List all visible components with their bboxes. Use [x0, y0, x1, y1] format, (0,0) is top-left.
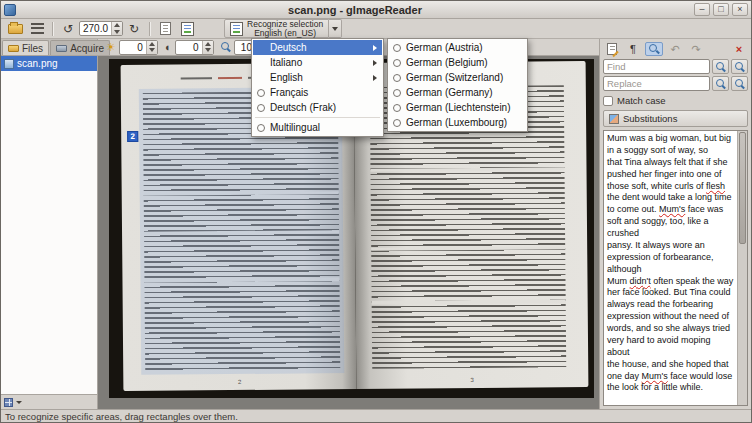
down-arrow-icon: [114, 30, 120, 34]
folder-icon: [8, 45, 19, 52]
submenu-item-german-germany[interactable]: German (Germany): [389, 85, 526, 100]
down-arrow-icon: [149, 48, 155, 52]
scrollbar-thumb[interactable]: [739, 132, 746, 244]
undo-button[interactable]: ↶: [666, 42, 684, 56]
submenu-item-german-belgium[interactable]: German (Belgium): [389, 55, 526, 70]
substitutions-button[interactable]: Substitutions: [603, 110, 748, 127]
menu-item-label: German (Germany): [406, 87, 521, 98]
ocr-mode-button[interactable]: [176, 20, 198, 38]
find-input[interactable]: [603, 59, 710, 74]
file-list[interactable]: scan.png: [1, 56, 97, 394]
recognize-language-dropdown-button[interactable]: [329, 19, 342, 38]
replace-input[interactable]: [603, 76, 710, 91]
brightness-spinbox[interactable]: 0: [119, 40, 158, 55]
status-message: To recognize specific areas, drag rectan…: [5, 411, 238, 422]
search-icon: [735, 62, 745, 72]
sliders-icon: [31, 23, 44, 34]
menu-item-francais[interactable]: Français: [253, 85, 382, 100]
rotate-left-icon: ↺: [63, 22, 73, 36]
search-icon: [716, 79, 726, 89]
menu-item-label: Italiano: [270, 57, 373, 68]
menu-item-italiano[interactable]: Italiano: [253, 55, 382, 70]
paragraph-gap: [371, 246, 566, 251]
contrast-stepper[interactable]: [202, 41, 213, 54]
page-number: 2: [123, 378, 356, 386]
menu-item-deutsch-frak[interactable]: Deutsch (Frak): [253, 100, 382, 115]
brightness-stepper[interactable]: [146, 41, 157, 54]
add-images-icon[interactable]: [4, 398, 13, 407]
up-arrow-icon: [205, 42, 211, 46]
file-item-label: scan.png: [17, 58, 58, 69]
menu-item-label: German (Switzerland): [406, 72, 521, 83]
rotation-step-down[interactable]: [112, 29, 122, 36]
menu-gutter: [257, 124, 270, 132]
contrast-spinbox[interactable]: 0: [175, 40, 214, 55]
replace-all-button[interactable]: [731, 76, 748, 91]
menu-item-label: German (Liechtenstein): [406, 102, 521, 113]
search-icon: [716, 62, 726, 72]
radio-icon: [257, 104, 265, 112]
chevron-down-icon: [332, 27, 338, 31]
recognize-button[interactable]: Recognize selection English (en_US): [224, 19, 329, 38]
contrast-step-down[interactable]: [203, 47, 213, 54]
radio-icon: [393, 119, 401, 127]
menu-gutter: [393, 104, 406, 112]
output-scrollbar[interactable]: [737, 131, 747, 405]
region-marker[interactable]: 2: [127, 131, 138, 142]
rotation-stepper[interactable]: [111, 22, 122, 35]
page-number: 3: [356, 376, 589, 384]
menu-item-label: Multilingual: [270, 122, 377, 133]
app-icon: [4, 4, 16, 16]
redo-icon: ↷: [691, 44, 700, 55]
minimize-button[interactable]: –: [694, 3, 710, 16]
ocr-text[interactable]: Mum was a big woman, but big in a soggy …: [604, 131, 736, 405]
strip-linebreaks-button[interactable]: ¶: [624, 42, 642, 56]
rotation-value: 270.0: [80, 22, 111, 35]
rotate-right-button[interactable]: ↻: [123, 20, 145, 38]
replace-button[interactable]: [712, 76, 729, 91]
find-prev-button[interactable]: [712, 59, 729, 74]
file-list-footer: [1, 394, 97, 409]
find-replace-toggle-button[interactable]: [645, 42, 663, 56]
brightness-icon: ☀: [106, 41, 116, 54]
resolution-icon: [221, 42, 231, 52]
tab-files[interactable]: Files: [2, 40, 49, 55]
menu-item-label: Deutsch (Frak): [270, 102, 377, 113]
find-next-button[interactable]: [731, 59, 748, 74]
menu-item-label: Deutsch: [270, 42, 373, 53]
submenu-item-german-austria[interactable]: German (Austria): [389, 40, 526, 55]
submenu-item-german-switzerland[interactable]: German (Switzerland): [389, 70, 526, 85]
toolbar-separator: [149, 22, 150, 36]
match-case-row: Match case: [603, 94, 748, 107]
radio-icon: [393, 44, 401, 52]
insert-mode-button[interactable]: [603, 42, 621, 56]
menu-item-deutsch[interactable]: Deutsch: [253, 40, 382, 55]
submenu-item-german-liechtenstein[interactable]: German (Liechtenstein): [389, 100, 526, 115]
clear-output-button[interactable]: ×: [730, 42, 748, 56]
match-case-checkbox[interactable]: [603, 96, 613, 106]
maximize-button[interactable]: □: [713, 3, 729, 16]
down-arrow-icon: [205, 48, 211, 52]
redo-button[interactable]: ↷: [687, 42, 705, 56]
up-arrow-icon: [114, 23, 120, 27]
radio-icon: [393, 74, 401, 82]
titlebar[interactable]: scan.png - gImageReader – □ ×: [1, 1, 751, 19]
page-layout-button[interactable]: [154, 20, 176, 38]
document-icon: [160, 22, 171, 35]
menu-item-english[interactable]: English: [253, 70, 382, 85]
rotation-spinbox[interactable]: 270.0: [79, 21, 123, 36]
image-controls-toggle-button[interactable]: [26, 20, 48, 38]
radio-icon: [393, 89, 401, 97]
find-row: [603, 59, 748, 74]
recognize-label-line2: English (en_US): [254, 29, 316, 38]
close-button[interactable]: ×: [732, 3, 748, 16]
menu-gutter: [257, 89, 270, 97]
menu-item-multilingual[interactable]: Multilingual: [253, 120, 382, 135]
rotate-left-button[interactable]: ↺: [57, 20, 79, 38]
brightness-step-down[interactable]: [147, 47, 157, 54]
ocr-output-area[interactable]: Mum was a big woman, but big in a soggy …: [603, 130, 748, 406]
submenu-item-german-luxembourg[interactable]: German (Luxembourg): [389, 115, 526, 130]
open-button[interactable]: [4, 20, 26, 38]
file-item-selected[interactable]: scan.png: [1, 56, 97, 71]
file-list-menu-button[interactable]: [16, 401, 22, 404]
